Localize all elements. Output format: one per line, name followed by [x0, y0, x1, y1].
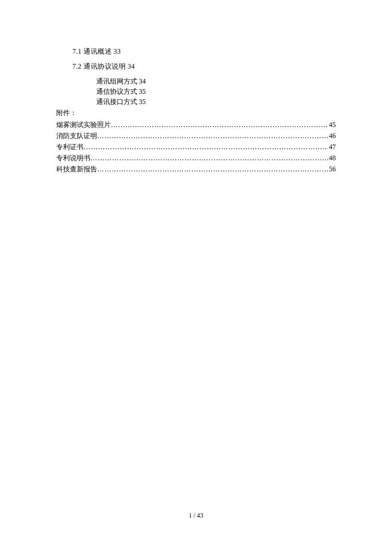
attachment-label: 消防支队证明	[56, 130, 97, 142]
toc-attachment-row: 消防支队证明 46	[56, 130, 336, 142]
attachment-label: 专利证书	[56, 142, 84, 153]
attachment-page: 47	[328, 142, 336, 153]
section-number: 7.2	[72, 63, 82, 70]
toc-subsection: 通信协议方式 35	[96, 87, 336, 97]
toc-subsection-block: 通讯组网方式 34 通信协议方式 35 通讯接口方式 35	[96, 76, 336, 107]
section-page: 34	[128, 63, 135, 70]
attachments-heading: 附件：	[56, 109, 336, 118]
toc-attachment-row: 科技查新报告 56	[56, 164, 336, 175]
attachment-label: 烟雾测试实验照片	[56, 119, 111, 130]
subsection-page: 34	[139, 78, 146, 85]
toc-section-7-2: 7.2 通讯协议说明 34	[72, 62, 336, 71]
toc-attachment-row: 专利证书 47	[56, 142, 336, 153]
document-page: 7.1 通讯概述 33 7.2 通讯协议说明 34 通讯组网方式 34 通信协议…	[0, 0, 392, 175]
toc-subsection: 通讯组网方式 34	[96, 76, 336, 87]
toc-leader-dots	[111, 119, 328, 130]
attachment-page: 45	[328, 119, 336, 130]
subsection-page: 35	[139, 88, 146, 95]
section-number: 7.1	[72, 48, 82, 55]
page-footer: 1 / 43	[0, 512, 392, 519]
toc-subsection: 通讯接口方式 35	[96, 97, 336, 107]
attachment-page: 46	[328, 130, 336, 142]
section-title: 通讯协议说明	[84, 63, 126, 70]
subsection-title: 通信协议方式	[96, 88, 137, 95]
attachment-page: 56	[328, 164, 336, 175]
section-title: 通讯概述	[84, 48, 112, 55]
attachment-label: 科技查新报告	[56, 164, 97, 175]
toc-section-7-1: 7.1 通讯概述 33	[72, 47, 336, 56]
toc-leader-dots	[90, 153, 328, 164]
section-page: 33	[114, 48, 121, 55]
toc-attachment-row: 专利说明书 48	[56, 153, 336, 164]
subsection-title: 通讯组网方式	[96, 78, 137, 85]
page-total: 43	[197, 512, 203, 519]
attachment-label: 专利说明书	[56, 153, 90, 164]
toc-attachment-row: 烟雾测试实验照片 45	[56, 119, 336, 130]
toc-leader-dots	[84, 142, 328, 153]
toc-leader-dots	[97, 130, 328, 142]
attachment-page: 48	[328, 153, 336, 164]
subsection-title: 通讯接口方式	[96, 98, 137, 105]
subsection-page: 35	[139, 98, 146, 105]
toc-leader-dots	[97, 164, 328, 175]
page-separator: /	[192, 512, 197, 519]
